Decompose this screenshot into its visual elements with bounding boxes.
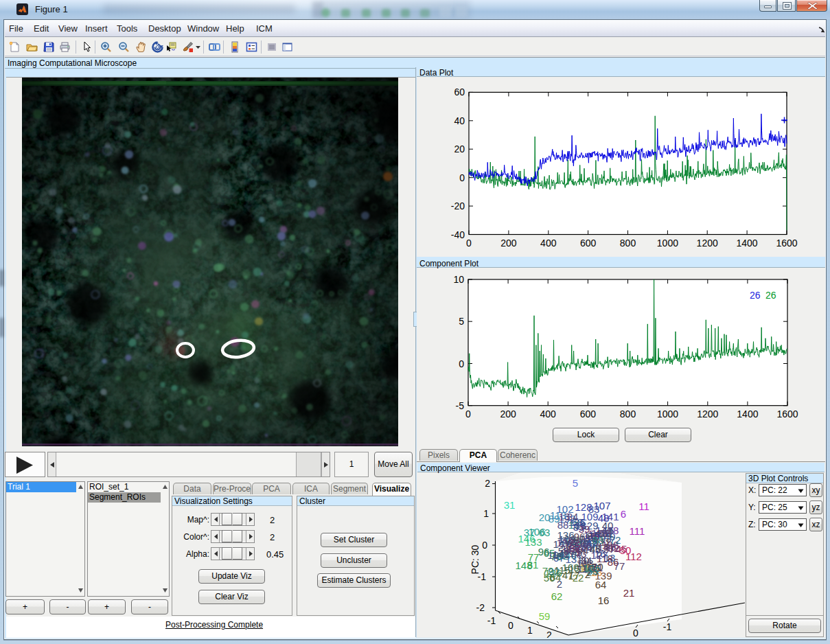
svg-text:67: 67 (567, 538, 579, 549)
svg-text:1: 1 (527, 625, 533, 636)
svg-text:0: 0 (482, 540, 487, 551)
svg-text:400: 400 (540, 409, 557, 419)
svg-text:0: 0 (459, 172, 465, 183)
svg-text:400: 400 (540, 238, 557, 249)
svg-text:1: 1 (579, 533, 585, 544)
svg-text:1000: 1000 (657, 409, 678, 419)
svg-text:0: 0 (466, 238, 472, 249)
svg-text:26: 26 (765, 290, 776, 301)
svg-text:111: 111 (630, 525, 645, 537)
svg-text:1: 1 (483, 508, 489, 519)
svg-text:-40: -40 (451, 229, 465, 240)
svg-text:40: 40 (454, 115, 465, 126)
svg-text:600: 600 (580, 238, 597, 249)
svg-text:-2: -2 (476, 602, 485, 613)
svg-text:104: 104 (547, 549, 564, 561)
svg-text:59: 59 (539, 610, 551, 622)
svg-text:2: 2 (557, 578, 562, 590)
svg-text:16: 16 (598, 595, 610, 606)
svg-text:5: 5 (573, 477, 578, 489)
svg-text:10: 10 (453, 274, 464, 285)
svg-text:PC: 30: PC: 30 (470, 544, 481, 574)
svg-text:200: 200 (500, 238, 517, 249)
svg-text:0: 0 (459, 358, 464, 369)
svg-text:0: 0 (465, 409, 471, 419)
svg-text:1600: 1600 (776, 409, 798, 419)
svg-text:-1: -1 (487, 615, 496, 626)
svg-text:68: 68 (599, 527, 611, 539)
svg-text:800: 800 (620, 238, 636, 249)
svg-text:1400: 1400 (737, 238, 758, 249)
svg-text:127: 127 (590, 549, 608, 561)
svg-text:1200: 1200 (697, 238, 718, 249)
svg-text:0: 0 (508, 620, 514, 631)
svg-text:64: 64 (595, 579, 607, 590)
svg-text:0: 0 (633, 628, 638, 638)
svg-text:26: 26 (750, 290, 761, 301)
svg-text:112: 112 (625, 551, 642, 562)
svg-text:1600: 1600 (776, 238, 797, 249)
svg-text:1400: 1400 (737, 409, 758, 419)
svg-text:2: 2 (485, 478, 490, 489)
svg-text:2: 2 (546, 630, 552, 638)
svg-text:92: 92 (549, 566, 560, 577)
svg-text:11: 11 (638, 501, 649, 512)
svg-text:600: 600 (580, 409, 597, 419)
svg-text:6: 6 (621, 508, 626, 520)
svg-text:-20: -20 (451, 200, 465, 211)
svg-text:5: 5 (459, 316, 464, 327)
svg-text:20: 20 (454, 143, 465, 154)
svg-text:62: 62 (551, 590, 563, 602)
svg-text:71: 71 (592, 562, 603, 573)
svg-text:60: 60 (454, 87, 465, 97)
svg-text:21: 21 (623, 587, 635, 599)
svg-text:800: 800 (620, 409, 636, 419)
svg-text:-1: -1 (663, 621, 672, 632)
svg-text:31: 31 (504, 499, 516, 511)
svg-text:-5: -5 (456, 400, 465, 411)
svg-text:200: 200 (500, 409, 516, 419)
svg-text:1000: 1000 (657, 238, 678, 249)
svg-text:81: 81 (527, 559, 539, 571)
svg-text:1200: 1200 (697, 409, 718, 419)
